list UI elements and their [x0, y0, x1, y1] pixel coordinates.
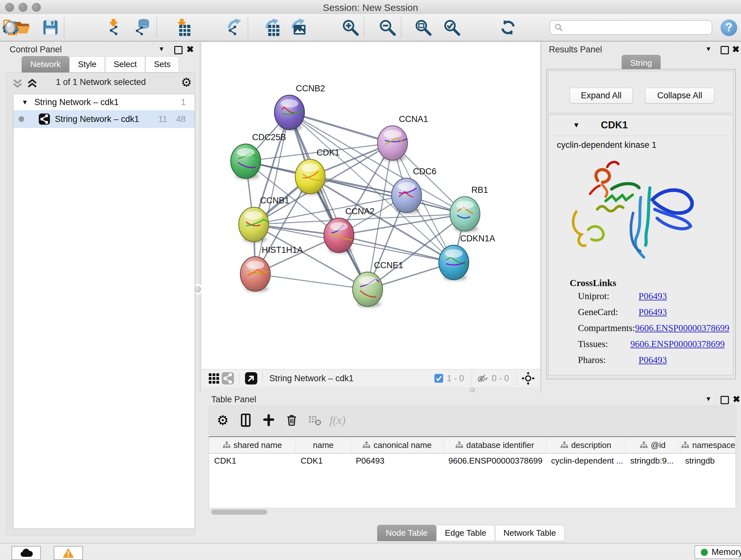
crosslink-link[interactable]: P06493: [638, 355, 667, 365]
results-float-icon[interactable]: [721, 46, 729, 54]
table-close-icon[interactable]: ✖: [733, 394, 740, 405]
network-node[interactable]: CCNA1: [378, 114, 428, 161]
crosslink-link[interactable]: 9606.ENSP00000378699: [635, 323, 730, 333]
network-node[interactable]: CCNB2: [274, 84, 325, 131]
table-menu-icon[interactable]: ▼: [705, 395, 712, 402]
grid-mode-icon[interactable]: [207, 371, 221, 385]
zoom-out-button[interactable]: [377, 18, 398, 37]
tree-row-label: String Network – cdk1: [35, 98, 119, 107]
network-node[interactable]: CDC6: [392, 167, 436, 213]
table-settings-gear-icon[interactable]: ⚙: [213, 411, 232, 429]
table-horizontal-scrollbar[interactable]: [211, 509, 267, 515]
network-node[interactable]: HIST1H1A: [240, 245, 303, 292]
refresh-view-button[interactable]: [498, 18, 518, 37]
control-panel: Control Panel ▼ ✖ NetworkStyleSelectSets…: [2, 42, 199, 542]
network-edge[interactable]: [339, 235, 454, 262]
column-header-namespace[interactable]: namespace: [680, 437, 736, 453]
node-label: CDC6: [413, 167, 436, 176]
birdseye-view-icon[interactable]: [244, 371, 258, 385]
network-node[interactable]: RB1: [450, 185, 488, 232]
right-splitter[interactable]: [541, 42, 541, 393]
import-network-from-database-button[interactable]: [133, 18, 153, 37]
panel-menu-icon[interactable]: ▼: [158, 45, 165, 53]
crosslink-link[interactable]: P06493: [638, 291, 667, 301]
tree-expander-icon[interactable]: ▼: [22, 99, 28, 106]
tab-sets[interactable]: Sets: [145, 56, 179, 72]
show-hide-panel-button[interactable]: [0, 18, 20, 37]
expand-all-button[interactable]: Expand All: [569, 88, 633, 104]
left-splitter[interactable]: [200, 42, 200, 393]
zoom-fit-content-button[interactable]: [413, 18, 433, 37]
export-table-button[interactable]: [262, 18, 282, 37]
|-button[interactable]: [470, 18, 490, 37]
|-button[interactable]: [199, 18, 219, 37]
cloud-icon: [19, 548, 33, 558]
network-canvas[interactable]: CCNB2CCNA1CDC25BCDK1CDC6RB1CCNB1CCNA2CDK…: [202, 42, 540, 369]
|-button[interactable]: [76, 18, 96, 37]
create-column-icon[interactable]: [259, 411, 278, 429]
search-input[interactable]: [567, 22, 702, 33]
table-row[interactable]: CDK1CDK1P064939606.ENSP00000378699cyclin…: [209, 454, 736, 468]
zoom-in-button[interactable]: [340, 18, 360, 37]
table-header-row: shared namenamecanonical namedatabase id…: [209, 437, 736, 454]
export-network-button[interactable]: [224, 18, 245, 37]
column-header-id[interactable]: @id: [625, 437, 680, 453]
table-float-icon[interactable]: [721, 396, 729, 404]
results-menu-icon[interactable]: ▼: [705, 45, 712, 53]
collapse-all-button[interactable]: Collapse All: [645, 88, 715, 104]
string-network-icon: [38, 113, 51, 125]
collapse-entry-icon[interactable]: ▼: [573, 121, 580, 129]
network-edge[interactable]: [289, 112, 393, 143]
delete-table-icon[interactable]: [306, 411, 324, 429]
network-node[interactable]: CDKN1A: [439, 234, 495, 281]
results-close-icon[interactable]: ✖: [732, 44, 739, 55]
export-image-button[interactable]: [288, 18, 308, 37]
fit-selected-crosshair-icon[interactable]: [522, 372, 535, 385]
import-table-from-file-button[interactable]: [172, 18, 193, 37]
network-options-gear-icon[interactable]: ⚙: [181, 75, 192, 89]
zoom-fit-content-icon: [414, 18, 432, 37]
tab-edge-table[interactable]: Edge Table: [436, 525, 495, 541]
network-node[interactable]: CDC25B: [231, 132, 286, 179]
selected-checkbox-icon[interactable]: [434, 374, 444, 383]
network-graph[interactable]: CCNB2CCNA1CDC25BCDK1CDC6RB1CCNB1CCNA2CDK…: [202, 42, 540, 369]
show-columns-icon[interactable]: [237, 411, 255, 429]
warning-button[interactable]: [54, 546, 83, 560]
cloud-button[interactable]: [11, 546, 41, 560]
panel-close-icon[interactable]: ✖: [186, 44, 194, 55]
gene-header-row[interactable]: ▼ CDK1: [549, 115, 733, 136]
column-header-databaseidentifier[interactable]: database identifier: [443, 437, 546, 453]
function-builder-icon[interactable]: f(x): [328, 411, 347, 429]
network-node[interactable]: CDK1: [295, 148, 340, 195]
network-tab-panel: 1 of 1 Network selected ⚙ ▼String Networ…: [6, 72, 195, 536]
column-header-name[interactable]: name: [295, 437, 351, 453]
hidden-eye-icon[interactable]: [476, 373, 488, 384]
delete-column-trash-icon[interactable]: [282, 411, 301, 429]
help-button[interactable]: ?: [721, 19, 737, 36]
save-session-button[interactable]: [40, 18, 61, 37]
column-header-canonicalname[interactable]: canonical name: [351, 437, 443, 453]
search-box[interactable]: [549, 20, 712, 35]
zoom-out-icon: [379, 18, 396, 37]
column-header-sharedname[interactable]: shared name: [209, 437, 295, 453]
memory-button[interactable]: Memory: [694, 545, 741, 559]
node-label: CCNA1: [399, 114, 428, 124]
network-share-icon[interactable]: [221, 371, 235, 385]
crosslink-link[interactable]: P06493: [638, 307, 667, 317]
tab-node-table[interactable]: Node Table: [377, 525, 436, 541]
tab-network[interactable]: Network: [22, 56, 69, 72]
network-edge[interactable]: [255, 274, 367, 289]
column-header-description[interactable]: description: [546, 437, 625, 453]
network-tree-row[interactable]: ▼String Network – cdk11: [13, 94, 195, 110]
|-button[interactable]: [314, 18, 334, 37]
network-edge[interactable]: [289, 112, 367, 289]
network-node[interactable]: CCNE1: [353, 260, 403, 307]
tab-select[interactable]: Select: [105, 56, 145, 72]
panel-float-icon[interactable]: [174, 46, 183, 54]
crosslink-link[interactable]: 9606.ENSP00000378699: [630, 339, 725, 349]
network-tree-row[interactable]: String Network – cdk11148: [13, 110, 195, 128]
tab-style[interactable]: Style: [69, 56, 105, 72]
import-network-from-file-button[interactable]: [104, 18, 125, 37]
tab-network-table[interactable]: Network Table: [495, 525, 564, 541]
zoom-selected-button[interactable]: [442, 18, 462, 37]
